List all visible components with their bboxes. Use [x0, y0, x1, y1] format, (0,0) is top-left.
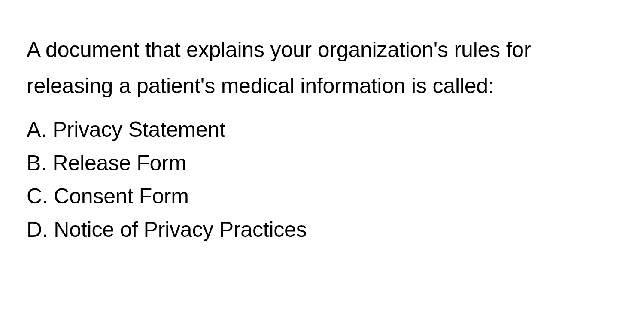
options-container: A. Privacy Statement B. Release Form C. … [27, 113, 617, 246]
question-text: A document that explains your organizati… [27, 32, 617, 104]
option-b: B. Release Form [27, 147, 617, 180]
option-c: C. Consent Form [27, 180, 617, 213]
option-d: D. Notice of Privacy Practices [27, 213, 617, 247]
option-a: A. Privacy Statement [27, 113, 617, 147]
